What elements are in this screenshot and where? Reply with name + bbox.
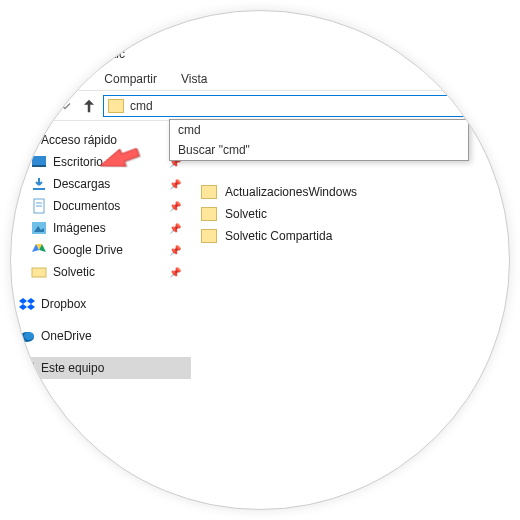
svg-marker-17	[19, 304, 27, 310]
tab-compartir[interactable]: Compartir	[92, 67, 169, 91]
sidebar-item-google-drive[interactable]: Google Drive 📌	[10, 239, 191, 261]
sidebar-this-pc[interactable]: Este equipo	[10, 357, 191, 379]
file-list: ActualizacionesWindows 9/6/2018 Solvetic…	[191, 121, 510, 441]
pin-icon: 📌	[169, 267, 181, 278]
sidebar-item-label: Escritorio	[53, 155, 103, 169]
sidebar-item-label: Este equipo	[41, 361, 104, 375]
sidebar-dropbox[interactable]: Dropbox	[10, 293, 191, 315]
image-icon	[31, 220, 47, 236]
onedrive-icon	[19, 328, 35, 344]
svg-rect-21	[21, 363, 33, 371]
back-button[interactable]	[10, 96, 27, 116]
sidebar-item-label: Documentos	[53, 199, 120, 213]
sidebar-item-label: Descargas	[53, 177, 110, 191]
pin-icon: 📌	[169, 179, 181, 190]
dropbox-icon	[19, 296, 35, 312]
tab-inicio[interactable]: Inicio	[40, 67, 92, 91]
svg-rect-4	[33, 188, 45, 190]
folder-icon	[201, 229, 217, 243]
google-drive-icon	[31, 242, 47, 258]
address-bar[interactable]	[103, 95, 510, 117]
pc-icon	[19, 360, 35, 376]
tab-vista[interactable]: Vista	[169, 67, 219, 91]
folder-icon	[31, 264, 47, 280]
sidebar-item-label: OneDrive	[41, 329, 92, 343]
sidebar-item-genes[interactable]: genes	[10, 411, 191, 433]
svg-marker-16	[27, 298, 35, 304]
sidebar-item-solvetic[interactable]: Solvetic 📌	[10, 261, 191, 283]
window-title: Solvetic	[83, 47, 125, 61]
pin-icon: 📌	[169, 201, 181, 212]
svg-rect-2	[32, 156, 46, 165]
address-suggestions: cmd Buscar "cmd"	[169, 119, 469, 161]
sidebar-item-documents[interactable]: Documentos 📌	[10, 195, 191, 217]
svg-marker-18	[27, 304, 35, 310]
sidebar-item-label: Google Drive	[53, 243, 123, 257]
sidebar-item-tecas[interactable]: tecas	[10, 389, 191, 411]
suggestion-search-cmd[interactable]: Buscar "cmd"	[170, 140, 468, 160]
document-icon	[31, 198, 47, 214]
svg-point-20	[24, 332, 34, 340]
svg-marker-15	[19, 298, 27, 304]
file-explorer-window: Solvetic ivo Inicio Compartir Vista cmd …	[10, 41, 510, 441]
sidebar-onedrive[interactable]: OneDrive	[10, 325, 191, 347]
sidebar-item-downloads[interactable]: Descargas 📌	[10, 173, 191, 195]
pin-icon: 📌	[169, 223, 181, 234]
file-row[interactable]: Solvetic Compartida 7/11/2018	[191, 225, 510, 247]
forward-button[interactable]	[31, 96, 51, 116]
explorer-body: Acceso rápido Escritorio 📌 Descargas 📌 D…	[10, 121, 510, 441]
navigation-pane: Acceso rápido Escritorio 📌 Descargas 📌 D…	[10, 121, 191, 441]
file-name: Solvetic Compartida	[225, 229, 510, 243]
sidebar-item-desktop[interactable]: Escritorio 📌	[10, 151, 191, 173]
folder-icon	[108, 99, 124, 113]
svg-rect-14	[32, 268, 46, 277]
download-icon	[31, 176, 47, 192]
svg-rect-3	[32, 165, 46, 167]
address-input[interactable]	[130, 99, 510, 113]
pin-icon: 📌	[169, 245, 181, 256]
sidebar-item-label: Dropbox	[41, 297, 86, 311]
svg-rect-22	[24, 372, 30, 374]
sidebar-item-label: genes	[31, 415, 64, 429]
tab-archivo[interactable]: ivo	[10, 67, 40, 91]
desktop-icon	[31, 154, 47, 170]
sidebar-item-label: Imágenes	[53, 221, 106, 235]
ribbon-tabs: ivo Inicio Compartir Vista	[10, 67, 510, 91]
star-icon	[19, 132, 35, 148]
file-row[interactable]: Solvetic 9/7/2019	[191, 203, 510, 225]
file-name: Solvetic	[225, 207, 510, 221]
title-bar: Solvetic	[10, 41, 510, 67]
folder-icon	[201, 207, 217, 221]
up-button[interactable]	[79, 96, 99, 116]
sidebar-quick-access[interactable]: Acceso rápido	[10, 129, 191, 151]
sidebar-item-label: Acceso rápido	[41, 133, 117, 147]
sidebar-item-images[interactable]: Imágenes 📌	[10, 217, 191, 239]
file-row[interactable]: ActualizacionesWindows 9/6/2018	[191, 181, 510, 203]
folder-icon	[61, 47, 77, 61]
folder-icon	[201, 185, 217, 199]
svg-marker-1	[20, 133, 34, 147]
file-name: ActualizacionesWindows	[225, 185, 510, 199]
recent-dropdown[interactable]	[55, 96, 75, 116]
navigation-row: cmd Buscar "cmd"	[10, 91, 510, 121]
sidebar-item-label: Solvetic	[53, 265, 95, 279]
suggestion-cmd[interactable]: cmd	[170, 120, 468, 140]
sidebar-item-label: tecas	[19, 393, 48, 407]
